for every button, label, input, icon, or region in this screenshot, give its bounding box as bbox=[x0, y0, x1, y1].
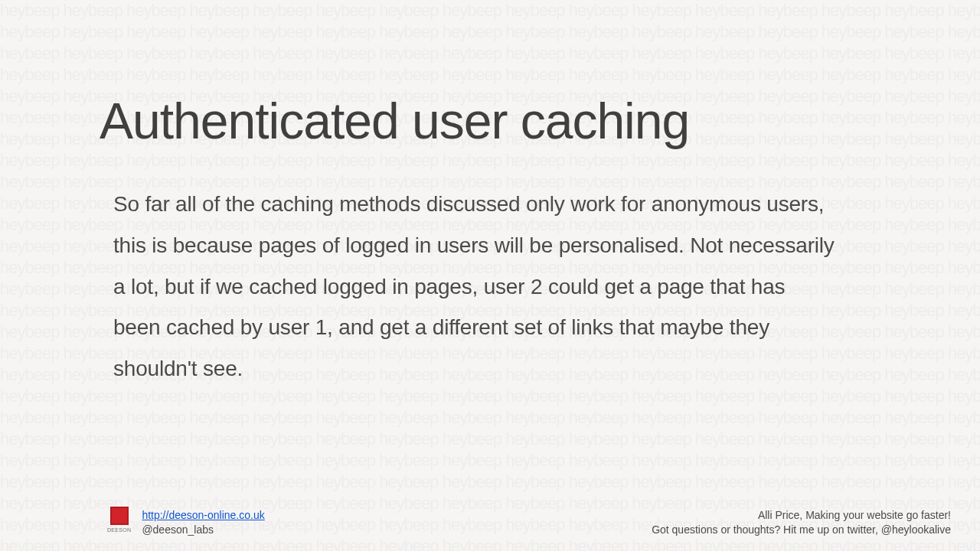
attribution-line-2: Got questions or thoughts? Hit me up on … bbox=[652, 523, 951, 537]
slide-footer: DEESON http://deeson-online.co.uk @deeso… bbox=[0, 508, 980, 537]
footer-right: Alli Price, Making your website go faste… bbox=[652, 508, 951, 537]
footer-handle: @deeson_labs bbox=[142, 523, 214, 536]
slide-body: So far all of the caching methods discus… bbox=[100, 184, 835, 390]
slide-title: Authenticated user caching bbox=[100, 92, 880, 150]
footer-left: DEESON http://deeson-online.co.uk @deeso… bbox=[107, 508, 265, 537]
slide-content: Authenticated user caching So far all of… bbox=[0, 0, 980, 551]
logo-label: DEESON bbox=[107, 527, 131, 533]
logo-icon bbox=[110, 507, 129, 525]
attribution-line-1: Alli Price, Making your website go faste… bbox=[652, 508, 951, 523]
footer-url-link[interactable]: http://deeson-online.co.uk bbox=[142, 509, 264, 521]
brand-logo: DEESON bbox=[107, 507, 131, 533]
